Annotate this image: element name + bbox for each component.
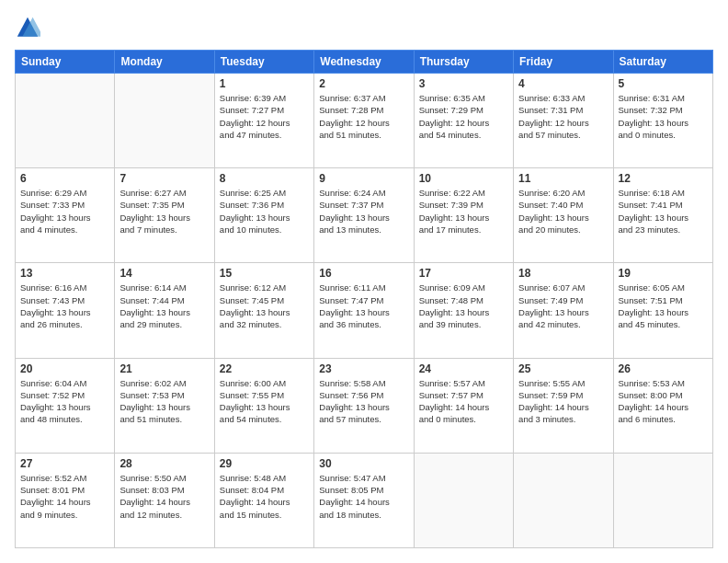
day-number: 6 [20,172,109,185]
day-detail: Sunrise: 6:07 AM Sunset: 7:49 PM Dayligh… [518,282,608,330]
day-number: 1 [220,77,309,90]
day-detail: Sunrise: 5:55 AM Sunset: 7:59 PM Dayligh… [518,377,608,426]
calendar-cell [16,74,115,168]
calendar-cell [115,74,214,168]
day-number: 12 [619,172,708,185]
calendar-header-monday: Monday [115,51,214,74]
day-number: 13 [20,267,109,280]
day-detail: Sunrise: 5:47 AM Sunset: 8:05 PM Dayligh… [319,472,408,521]
day-detail: Sunrise: 6:35 AM Sunset: 7:29 PM Dayligh… [419,92,508,141]
day-detail: Sunrise: 6:39 AM Sunset: 7:27 PM Dayligh… [220,92,309,141]
calendar-cell: 25Sunrise: 5:55 AM Sunset: 7:59 PM Dayli… [514,358,613,453]
calendar-cell: 7Sunrise: 6:27 AM Sunset: 7:35 PM Daylig… [115,168,214,263]
day-detail: Sunrise: 5:57 AM Sunset: 7:57 PM Dayligh… [419,377,508,426]
calendar-header-row: SundayMondayTuesdayWednesdayThursdayFrid… [16,51,713,74]
calendar-week-1: 1Sunrise: 6:39 AM Sunset: 7:27 PM Daylig… [16,74,713,168]
day-number: 15 [220,267,309,280]
calendar-header-wednesday: Wednesday [314,51,414,74]
calendar-cell: 11Sunrise: 6:20 AM Sunset: 7:40 PM Dayli… [514,168,613,263]
day-number: 24 [419,362,508,375]
day-number: 26 [619,362,708,375]
calendar-week-2: 6Sunrise: 6:29 AM Sunset: 7:33 PM Daylig… [16,168,713,263]
day-number: 27 [20,457,109,470]
calendar-cell: 28Sunrise: 5:50 AM Sunset: 8:03 PM Dayli… [115,453,214,547]
day-detail: Sunrise: 6:24 AM Sunset: 7:37 PM Dayligh… [319,187,408,236]
day-number: 5 [619,77,708,90]
calendar-header-friday: Friday [514,51,613,74]
day-detail: Sunrise: 6:12 AM Sunset: 7:45 PM Dayligh… [220,282,309,330]
day-number: 7 [119,172,209,185]
calendar-week-4: 20Sunrise: 6:04 AM Sunset: 7:52 PM Dayli… [16,358,713,453]
calendar-table: SundayMondayTuesdayWednesdayThursdayFrid… [15,50,713,548]
day-detail: Sunrise: 6:02 AM Sunset: 7:53 PM Dayligh… [119,377,209,426]
day-number: 25 [518,362,608,375]
day-detail: Sunrise: 6:27 AM Sunset: 7:35 PM Dayligh… [119,187,209,236]
calendar-cell: 24Sunrise: 5:57 AM Sunset: 7:57 PM Dayli… [414,358,513,453]
calendar-cell: 15Sunrise: 6:12 AM Sunset: 7:45 PM Dayli… [214,263,313,358]
calendar-cell: 30Sunrise: 5:47 AM Sunset: 8:05 PM Dayli… [314,453,414,547]
day-detail: Sunrise: 6:09 AM Sunset: 7:48 PM Dayligh… [419,282,508,330]
calendar-cell: 10Sunrise: 6:22 AM Sunset: 7:39 PM Dayli… [414,168,513,263]
day-detail: Sunrise: 6:37 AM Sunset: 7:28 PM Dayligh… [319,92,408,141]
calendar-cell: 17Sunrise: 6:09 AM Sunset: 7:48 PM Dayli… [414,263,513,358]
calendar-cell: 2Sunrise: 6:37 AM Sunset: 7:28 PM Daylig… [314,74,414,168]
day-detail: Sunrise: 6:18 AM Sunset: 7:41 PM Dayligh… [619,187,708,236]
day-number: 28 [119,457,209,470]
calendar-cell: 29Sunrise: 5:48 AM Sunset: 8:04 PM Dayli… [214,453,313,547]
day-number: 16 [319,267,408,280]
day-number: 30 [319,457,408,470]
day-detail: Sunrise: 5:53 AM Sunset: 8:00 PM Dayligh… [619,377,708,426]
day-detail: Sunrise: 6:29 AM Sunset: 7:33 PM Dayligh… [20,187,109,236]
calendar-cell: 4Sunrise: 6:33 AM Sunset: 7:31 PM Daylig… [514,74,613,168]
day-detail: Sunrise: 6:20 AM Sunset: 7:40 PM Dayligh… [518,187,608,236]
day-number: 2 [319,77,408,90]
calendar-cell: 27Sunrise: 5:52 AM Sunset: 8:01 PM Dayli… [16,453,115,547]
calendar-header-sunday: Sunday [16,51,115,74]
day-detail: Sunrise: 5:58 AM Sunset: 7:56 PM Dayligh… [319,377,408,426]
calendar-cell: 9Sunrise: 6:24 AM Sunset: 7:37 PM Daylig… [314,168,414,263]
day-number: 11 [518,172,608,185]
calendar-cell: 21Sunrise: 6:02 AM Sunset: 7:53 PM Dayli… [115,358,214,453]
calendar-cell: 3Sunrise: 6:35 AM Sunset: 7:29 PM Daylig… [414,74,513,168]
logo-icon [15,15,40,40]
day-number: 3 [419,77,508,90]
calendar-cell: 23Sunrise: 5:58 AM Sunset: 7:56 PM Dayli… [314,358,414,453]
day-detail: Sunrise: 5:52 AM Sunset: 8:01 PM Dayligh… [20,472,109,521]
day-detail: Sunrise: 5:48 AM Sunset: 8:04 PM Dayligh… [220,472,309,521]
day-detail: Sunrise: 6:25 AM Sunset: 7:36 PM Dayligh… [220,187,309,236]
calendar-cell: 12Sunrise: 6:18 AM Sunset: 7:41 PM Dayli… [613,168,712,263]
day-detail: Sunrise: 6:11 AM Sunset: 7:47 PM Dayligh… [319,282,408,330]
calendar-cell: 18Sunrise: 6:07 AM Sunset: 7:49 PM Dayli… [514,263,613,358]
day-number: 14 [119,267,209,280]
day-number: 17 [419,267,508,280]
calendar-cell: 6Sunrise: 6:29 AM Sunset: 7:33 PM Daylig… [16,168,115,263]
calendar-cell: 19Sunrise: 6:05 AM Sunset: 7:51 PM Dayli… [613,263,712,358]
day-number: 20 [20,362,109,375]
day-detail: Sunrise: 6:22 AM Sunset: 7:39 PM Dayligh… [419,187,508,236]
day-number: 29 [220,457,309,470]
page: SundayMondayTuesdayWednesdayThursdayFrid… [0,0,728,563]
calendar-cell: 8Sunrise: 6:25 AM Sunset: 7:36 PM Daylig… [214,168,313,263]
calendar-cell: 20Sunrise: 6:04 AM Sunset: 7:52 PM Dayli… [16,358,115,453]
calendar-week-3: 13Sunrise: 6:16 AM Sunset: 7:43 PM Dayli… [16,263,713,358]
calendar-cell: 13Sunrise: 6:16 AM Sunset: 7:43 PM Dayli… [16,263,115,358]
day-detail: Sunrise: 6:33 AM Sunset: 7:31 PM Dayligh… [518,92,608,141]
calendar-cell: 5Sunrise: 6:31 AM Sunset: 7:32 PM Daylig… [613,74,712,168]
calendar-cell: 1Sunrise: 6:39 AM Sunset: 7:27 PM Daylig… [214,74,313,168]
day-detail: Sunrise: 6:14 AM Sunset: 7:44 PM Dayligh… [119,282,209,330]
day-number: 8 [220,172,309,185]
day-number: 19 [619,267,708,280]
calendar-header-saturday: Saturday [613,51,712,74]
day-detail: Sunrise: 6:31 AM Sunset: 7:32 PM Dayligh… [619,92,708,141]
day-detail: Sunrise: 6:00 AM Sunset: 7:55 PM Dayligh… [220,377,309,426]
calendar-header-thursday: Thursday [414,51,513,74]
day-number: 4 [518,77,608,90]
calendar-cell: 22Sunrise: 6:00 AM Sunset: 7:55 PM Dayli… [214,358,313,453]
day-number: 23 [319,362,408,375]
day-number: 9 [319,172,408,185]
day-number: 21 [119,362,209,375]
day-detail: Sunrise: 6:05 AM Sunset: 7:51 PM Dayligh… [619,282,708,330]
day-detail: Sunrise: 6:04 AM Sunset: 7:52 PM Dayligh… [20,377,109,426]
calendar-cell [613,453,712,547]
calendar-week-5: 27Sunrise: 5:52 AM Sunset: 8:01 PM Dayli… [16,453,713,547]
